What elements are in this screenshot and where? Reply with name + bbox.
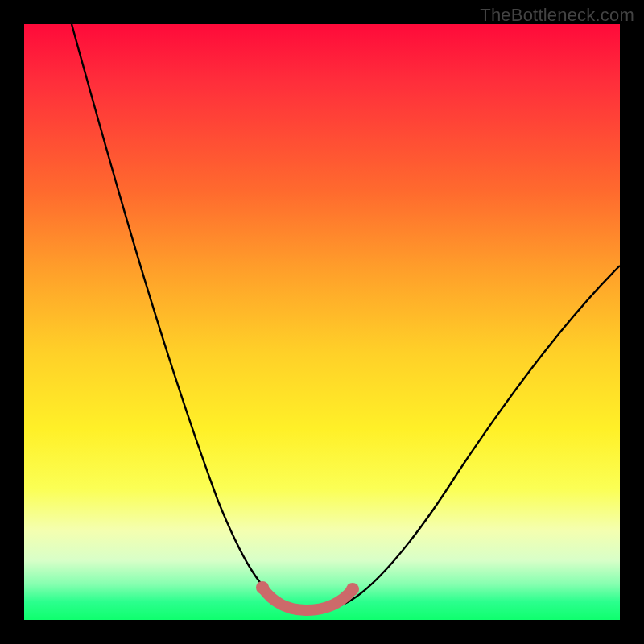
watermark: TheBottleneck.com (480, 5, 634, 26)
chart-frame: TheBottleneck.com (0, 0, 644, 644)
bottleneck-curve (72, 24, 620, 609)
curve-layer (24, 24, 620, 620)
optimal-band-dot-right (346, 583, 359, 596)
optimal-band (262, 588, 353, 610)
plot-area (24, 24, 620, 620)
optimal-band-dot-left (256, 581, 269, 594)
